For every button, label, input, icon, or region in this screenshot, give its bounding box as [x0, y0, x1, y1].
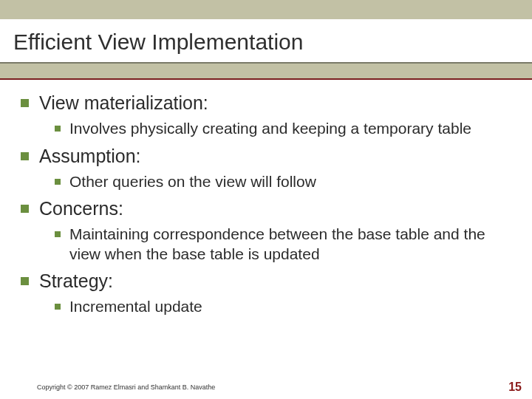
title-underline-band	[0, 62, 532, 78]
square-bullet-icon	[55, 126, 61, 132]
list-item: Assumption:	[21, 145, 511, 168]
square-bullet-icon	[55, 304, 61, 310]
square-bullet-icon	[55, 231, 61, 237]
list-item-label: Incremental update	[69, 297, 202, 316]
list-item-label: Maintaining correspondence between the b…	[69, 225, 511, 264]
list-item-label: View materialization:	[39, 92, 208, 115]
square-bullet-icon	[21, 99, 29, 107]
slide-content: View materialization: Involves physicall…	[0, 78, 532, 316]
list-item: Strategy:	[21, 270, 511, 293]
list-item-label: Other queries on the view will follow	[69, 172, 316, 191]
list-item-label: Assumption:	[39, 145, 141, 168]
list-item: Involves physically creating and keeping…	[55, 119, 511, 138]
slide-footer: Copyright © 2007 Ramez Elmasri and Shamk…	[0, 378, 532, 399]
title-area: Efficient View Implementation	[0, 19, 532, 62]
list-item-label: Strategy:	[39, 270, 113, 293]
slide-title: Efficient View Implementation	[13, 30, 519, 55]
page-number: 15	[508, 381, 522, 394]
list-item-label: Involves physically creating and keeping…	[69, 119, 471, 138]
list-item: Concerns:	[21, 197, 511, 220]
list-item: Other queries on the view will follow	[55, 172, 511, 191]
square-bullet-icon	[21, 277, 29, 285]
top-decorative-band	[0, 0, 532, 19]
square-bullet-icon	[21, 152, 29, 160]
copyright-text: Copyright © 2007 Ramez Elmasri and Shamk…	[37, 383, 215, 391]
list-item: Incremental update	[55, 297, 511, 316]
square-bullet-icon	[21, 205, 29, 213]
list-item: View materialization:	[21, 92, 511, 115]
square-bullet-icon	[55, 179, 61, 185]
list-item-label: Concerns:	[39, 197, 123, 220]
list-item: Maintaining correspondence between the b…	[55, 225, 511, 264]
